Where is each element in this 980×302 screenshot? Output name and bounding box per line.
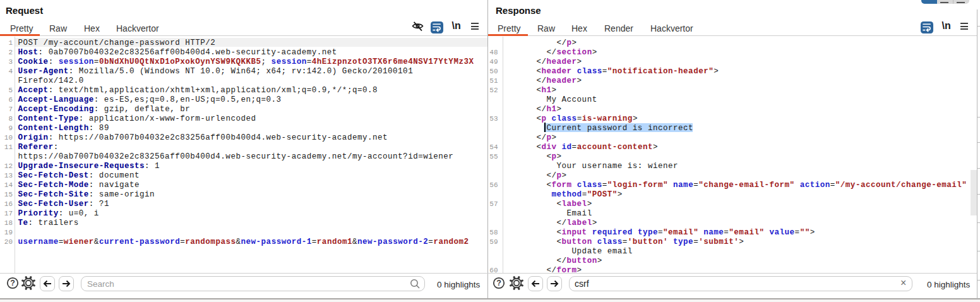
svg-text:?: ?: [496, 279, 501, 287]
svg-text:?: ?: [10, 279, 15, 287]
